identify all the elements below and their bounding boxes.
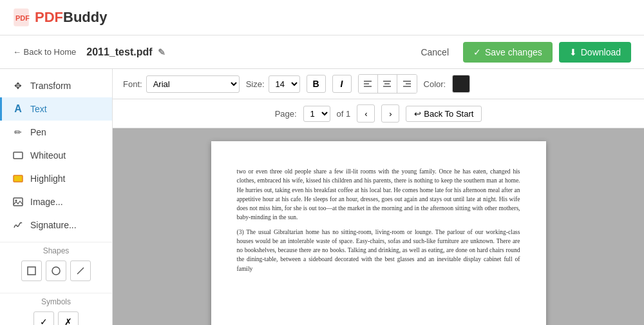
text-toolbar: Font: Arial Times New Roman Helvetica Si… — [113, 69, 644, 99]
topbar: ← Back to Home 2011_test.pdf ✎ Cancel ✓ … — [0, 35, 644, 69]
sidebar-item-pen-label: Pen — [30, 127, 46, 137]
logo-buddy-text: Buddy — [63, 9, 107, 26]
download-label: Download — [581, 47, 621, 57]
font-select[interactable]: Arial Times New Roman Helvetica — [146, 75, 240, 93]
sidebar-item-whiteout-label: Whiteout — [30, 150, 66, 161]
save-check-icon: ✓ — [473, 47, 481, 57]
topbar-right: Cancel ✓ Save changes ⬇ Download — [413, 42, 631, 63]
sidebar-item-transform-label: Transform — [30, 81, 71, 91]
page-nav: Page: 1 of 1 ‹ › ↩ Back To Start — [113, 99, 644, 128]
main-layout: ✥ Transform A Text ✏ Pen Whiteout Highli… — [0, 69, 644, 325]
size-group: Size: 14 10 12 16 18 — [246, 75, 300, 93]
sidebar: ✥ Transform A Text ✏ Pen Whiteout Highli… — [0, 69, 113, 325]
page-total: of 1 — [337, 109, 351, 119]
back-start-icon: ↩ — [414, 109, 421, 119]
shape-rectangle-button[interactable] — [21, 261, 42, 281]
text-icon: A — [12, 103, 24, 115]
sidebar-item-pen[interactable]: ✏ Pen — [0, 121, 112, 144]
logo-pdf-text: PDF — [35, 9, 63, 26]
size-select[interactable]: 14 10 12 16 18 — [269, 75, 300, 93]
svg-point-7 — [52, 267, 60, 275]
back-to-start-button[interactable]: ↩ Back To Start — [406, 106, 482, 122]
bold-button[interactable]: B — [307, 75, 326, 93]
sidebar-item-text-label: Text — [30, 104, 47, 114]
pdf-paragraph-1: two or even three old people share a few… — [237, 167, 520, 222]
alignment-group — [358, 74, 417, 94]
next-page-button[interactable]: › — [381, 104, 399, 123]
svg-text:PDF: PDF — [15, 14, 30, 22]
save-changes-button[interactable]: ✓ Save changes — [463, 42, 553, 63]
shapes-row — [0, 259, 112, 282]
font-group: Font: Arial Times New Roman Helvetica — [123, 75, 240, 93]
header: PDF PDFBuddy — [0, 0, 644, 35]
content-area: Font: Arial Times New Roman Helvetica Si… — [113, 69, 644, 325]
edit-filename-icon[interactable]: ✎ — [158, 47, 166, 57]
pdf-text-content: two or even three old people share a few… — [237, 167, 520, 273]
svg-rect-6 — [28, 267, 35, 275]
sidebar-item-image[interactable]: Image... — [0, 190, 112, 213]
download-button[interactable]: ⬇ Download — [559, 42, 631, 63]
back-to-home-link[interactable]: ← Back to Home — [13, 47, 76, 57]
color-picker-button[interactable] — [452, 75, 470, 93]
size-label: Size: — [246, 79, 265, 89]
shapes-section: Shapes — [0, 242, 112, 288]
save-label: Save changes — [485, 47, 542, 57]
svg-rect-2 — [14, 152, 23, 159]
logo: PDF PDFBuddy — [13, 8, 107, 27]
svg-point-5 — [15, 200, 17, 202]
page-select[interactable]: 1 — [303, 106, 330, 122]
symbol-checkmark-button[interactable]: ✓ — [33, 311, 54, 325]
color-label: Color: — [424, 79, 446, 89]
font-label: Font: — [123, 79, 142, 89]
svg-rect-4 — [14, 198, 23, 206]
filename-text: 2011_test.pdf — [86, 46, 152, 58]
symbols-section: Symbols ✓ ✗ ← → ↑ ↓ 👍 👎 — [0, 293, 112, 325]
symbols-label: Symbols — [0, 297, 112, 306]
image-icon — [12, 196, 24, 208]
highlight-icon — [12, 173, 24, 184]
sidebar-item-whiteout[interactable]: Whiteout — [0, 144, 112, 167]
logo-icon: PDF — [13, 8, 32, 27]
align-center-button[interactable] — [378, 75, 397, 93]
sidebar-item-image-label: Image... — [30, 197, 63, 207]
sidebar-item-signature[interactable]: Signature... — [0, 213, 112, 237]
back-start-label: Back To Start — [424, 109, 473, 119]
topbar-left: ← Back to Home 2011_test.pdf ✎ — [13, 46, 166, 58]
svg-rect-3 — [14, 175, 23, 182]
sidebar-item-transform[interactable]: ✥ Transform — [0, 74, 112, 97]
shape-circle-button[interactable] — [46, 261, 66, 281]
filename-display: 2011_test.pdf ✎ — [86, 46, 165, 58]
move-icon: ✥ — [12, 80, 24, 92]
prev-page-button[interactable]: ‹ — [357, 104, 375, 123]
align-right-button[interactable] — [397, 75, 417, 93]
svg-line-8 — [77, 268, 84, 274]
cancel-button[interactable]: Cancel — [413, 43, 457, 61]
sidebar-item-highlight-label: Highlight — [30, 173, 65, 184]
sidebar-item-text[interactable]: A Text — [0, 97, 112, 121]
page-label: Page: — [275, 109, 297, 119]
shape-line-button[interactable] — [70, 261, 91, 281]
sidebar-item-signature-label: Signature... — [30, 220, 77, 230]
symbols-row-1: ✓ ✗ — [0, 310, 112, 325]
shapes-label: Shapes — [0, 246, 112, 255]
symbol-x-button[interactable]: ✗ — [58, 311, 79, 325]
italic-button[interactable]: I — [332, 75, 352, 93]
download-icon: ⬇ — [569, 47, 577, 57]
align-left-button[interactable] — [359, 75, 378, 93]
signature-icon — [12, 219, 24, 231]
whiteout-icon — [12, 150, 24, 161]
pdf-paragraph-2: (3) The usual Gibraltarian home has no s… — [237, 228, 520, 273]
sidebar-item-highlight[interactable]: Highlight — [0, 167, 112, 190]
pen-icon: ✏ — [12, 126, 24, 138]
pdf-page: two or even three old people share a few… — [211, 141, 546, 325]
pdf-canvas-wrapper[interactable]: two or even three old people share a few… — [113, 128, 644, 325]
